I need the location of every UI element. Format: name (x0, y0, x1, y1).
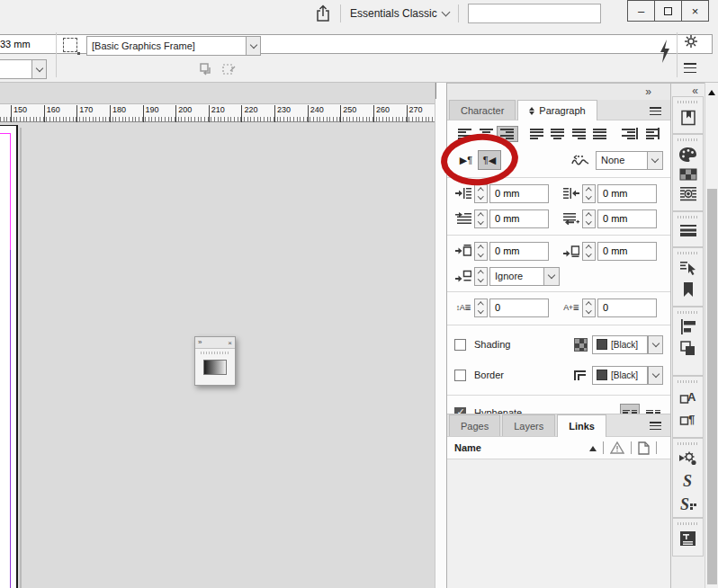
gripper-dots (201, 352, 229, 354)
menu-icon[interactable] (684, 63, 696, 73)
dock-scrollbar[interactable] (705, 83, 718, 588)
pages-book-icon[interactable] (673, 109, 703, 127)
space-before-stepper[interactable] (474, 242, 488, 261)
scroll-up-icon[interactable] (708, 86, 715, 95)
align-away-from-spine-button[interactable] (642, 126, 664, 142)
chevron-down-icon[interactable] (647, 151, 663, 170)
gradient-swatch[interactable] (203, 360, 227, 375)
panel-menu-icon[interactable] (650, 422, 661, 430)
tab-character[interactable]: Character (449, 100, 516, 120)
workspace-switcher[interactable]: Essentials Classic (350, 7, 449, 20)
drop-cap-characters-field[interactable] (597, 298, 657, 317)
scrollbar-thumb[interactable] (707, 189, 717, 584)
drop-cap-lines-stepper[interactable] (474, 298, 488, 317)
space-after-icon (562, 245, 580, 257)
object-styles-icon[interactable]: A (673, 388, 703, 405)
frame-style-icon (63, 38, 77, 52)
drop-cap-characters-stepper[interactable] (582, 298, 596, 317)
first-line-indent-field[interactable] (489, 209, 549, 228)
space-after-field[interactable] (597, 242, 657, 261)
object-style-value: [Basic Graphics Frame] (86, 36, 246, 56)
border-color-dropdown[interactable]: [Black] (592, 366, 648, 385)
tab-links[interactable]: Links (557, 414, 606, 437)
link-page-icon[interactable] (638, 441, 650, 455)
object-style-dropdown[interactable]: [Basic Graphics Frame] (86, 36, 261, 56)
share-icon[interactable] (315, 4, 331, 22)
clear-overrides-icon[interactable] (221, 63, 236, 76)
links-name-header[interactable]: Name (454, 442, 481, 453)
first-line-indent-stepper[interactable] (474, 209, 488, 228)
color-palette-icon[interactable] (673, 147, 703, 163)
lightning-icon[interactable] (659, 40, 671, 63)
chevron-down-icon[interactable] (543, 267, 560, 286)
floating-gradient-panel[interactable]: » × (194, 336, 236, 386)
left-indent-stepper[interactable] (474, 184, 488, 203)
space-between-dropdown[interactable]: Ignore (489, 267, 560, 286)
pathfinder-icon[interactable] (673, 340, 703, 357)
align-icon[interactable] (673, 319, 703, 334)
maximize-button[interactable] (654, 0, 682, 22)
border-checkbox[interactable] (454, 370, 466, 381)
chevron-down-icon[interactable] (648, 366, 663, 385)
paragraph-styles-icon[interactable]: ¶ (673, 410, 703, 426)
last-line-indent-field[interactable] (597, 209, 657, 228)
justify-last-center-button[interactable] (547, 126, 569, 142)
space-after-stepper[interactable] (582, 242, 596, 261)
list-type-value: None (596, 151, 647, 170)
collapse-panels-icon[interactable]: » (645, 85, 651, 99)
justify-all-button[interactable] (589, 126, 611, 142)
shading-color-dropdown[interactable]: [Black] (592, 335, 648, 354)
align-towards-spine-button[interactable] (621, 126, 642, 142)
panel-menu-icon[interactable] (650, 107, 661, 115)
chevron-down-icon[interactable] (246, 36, 261, 56)
links-list-empty[interactable] (447, 459, 670, 588)
titlebar-separator (458, 4, 459, 22)
gear-icon[interactable] (684, 34, 698, 49)
scroll-up-icon[interactable] (435, 83, 436, 99)
chevron-down-icon[interactable] (31, 59, 47, 79)
ruler-tick-label: 240 (308, 105, 324, 122)
text-wrap-icon[interactable] (673, 186, 703, 202)
stroke-icon[interactable] (673, 224, 703, 236)
ruler-tick-label: 190 (143, 105, 159, 122)
link-warning-icon[interactable] (610, 441, 624, 454)
sort-ascending-icon[interactable] (589, 442, 597, 451)
tab-pages[interactable]: Pages (449, 414, 500, 436)
story-text-icon[interactable] (673, 530, 703, 547)
ruler-tick-label: 220 (241, 105, 257, 122)
ruler-tick-label: 150 (11, 105, 27, 122)
right-indent-field[interactable] (597, 184, 657, 203)
drop-cap-characters-icon: A+≣ (562, 303, 580, 312)
close-button[interactable]: × (681, 0, 709, 22)
chevron-down-icon[interactable] (648, 335, 663, 354)
document-canvas[interactable]: 150160170180190200210220230240250260270 … (0, 83, 435, 588)
shading-checkbox[interactable] (454, 339, 466, 351)
break-link-to-style-icon[interactable] (200, 63, 214, 76)
script-label-icon[interactable]: S (673, 495, 703, 513)
drop-cap-lines-field[interactable] (489, 298, 549, 317)
right-indent-stepper[interactable] (582, 184, 596, 203)
data-merge-icon[interactable] (673, 450, 703, 467)
left-indent-field[interactable] (489, 184, 549, 203)
search-input[interactable] (468, 4, 601, 23)
bookmark-icon[interactable] (673, 281, 703, 298)
list-type-dropdown[interactable]: None (596, 151, 663, 170)
toolbar-separator (677, 32, 678, 77)
justify-last-right-button[interactable] (568, 126, 589, 142)
mini-panel-close-icon[interactable]: × (228, 339, 232, 347)
gripper-dots (678, 311, 698, 314)
justify-last-left-button[interactable] (525, 126, 547, 142)
stroke-weight-dropdown[interactable] (0, 59, 47, 79)
space-between-stepper[interactable] (474, 267, 488, 286)
swatches-icon[interactable] (673, 168, 703, 181)
interactive-hand-icon[interactable] (673, 260, 703, 276)
last-line-indent-stepper[interactable] (582, 209, 596, 228)
tab-paragraph[interactable]: Paragraph (517, 100, 597, 120)
tab-layers[interactable]: Layers (502, 414, 555, 436)
space-before-field[interactable] (489, 242, 549, 261)
horizontal-ruler: 150160170180190200210220230240250260270 (0, 103, 435, 122)
scripts-icon[interactable]: S (673, 472, 703, 490)
ruler-tick-label: 180 (110, 105, 126, 122)
mini-panel-collapse-icon[interactable]: » (198, 335, 201, 350)
minimize-button[interactable]: – (627, 0, 655, 22)
